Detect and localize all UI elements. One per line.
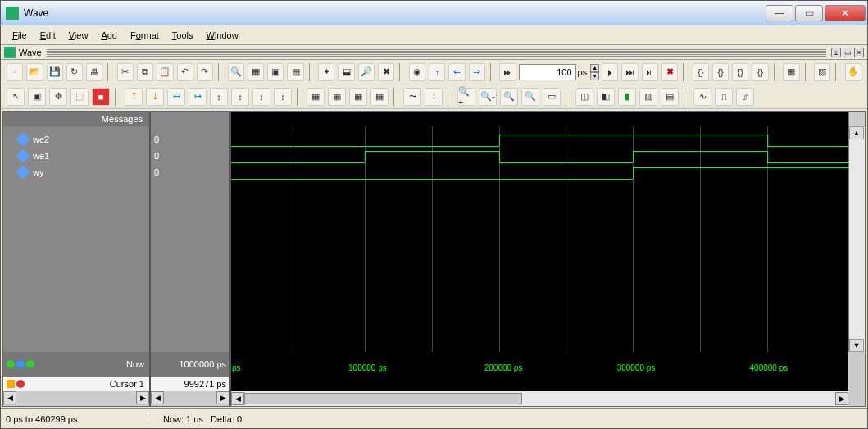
print-icon[interactable]: 🖶 [86,63,102,81]
wave-icon[interactable]: ⎍ [715,88,733,106]
wave-hscroll[interactable]: ◀ ▶ [231,391,848,406]
cursor-track[interactable] [231,377,848,391]
tool-icon[interactable]: ▤ [287,63,303,81]
brace-icon[interactable]: {} [712,63,729,81]
menu-view[interactable]: View [64,29,93,42]
scroll-right-button[interactable]: ▶ [136,391,149,404]
undo-icon[interactable]: ↶ [177,63,193,81]
up-arrow-icon[interactable]: ↑ [429,63,445,81]
menu-window[interactable]: Window [202,29,243,42]
find-icon[interactable]: 🔍 [228,63,244,81]
zoom-cursor-icon[interactable]: ▭ [543,88,561,106]
hand-icon[interactable]: ✋ [845,63,861,81]
pointer-icon[interactable]: ↖ [7,88,25,106]
signal-row[interactable]: we2 [3,131,149,148]
cursor-next-icon[interactable]: ⤓ [146,88,164,106]
group-icon[interactable]: ▦ [370,88,389,106]
zoom-in-icon[interactable]: 🔍+ [457,88,475,106]
scroll-left-button[interactable]: ◀ [3,391,16,404]
menu-tools[interactable]: Tools [167,29,198,42]
restart-icon[interactable]: ◉ [409,63,425,81]
scroll-right-button[interactable]: ▶ [216,391,229,404]
scroll-left-button[interactable]: ◀ [231,392,244,405]
stop-icon[interactable]: ■ [92,88,110,106]
right-arrow-icon[interactable]: ⇒ [469,63,485,81]
options-icon[interactable]: ▧ [814,63,830,81]
save-icon[interactable]: 💾 [47,63,63,81]
open-icon[interactable]: 📂 [26,63,43,81]
maximize-button[interactable]: ▭ [795,5,823,21]
tool-icon[interactable]: 🔎 [358,63,375,81]
run-step-icon[interactable]: ⏵ [602,63,618,81]
options-icon[interactable]: ▦ [783,63,799,81]
cut-icon[interactable]: ✂ [117,63,134,81]
zoom-full-icon[interactable]: 🔍 [500,88,518,106]
layout-icon[interactable]: ▥ [639,88,657,106]
group-icon[interactable]: ▦ [328,88,346,106]
scroll-right-button[interactable]: ▶ [835,392,848,405]
waveform-canvas[interactable] [231,126,848,352]
layout-icon[interactable]: ◧ [597,88,615,106]
brace-icon[interactable]: {} [693,63,709,81]
val-hscroll[interactable]: ◀ ▶ [151,391,231,406]
tool-icon[interactable]: ⤳ [403,88,421,106]
edge-icon[interactable]: ↕ [231,88,249,106]
signal-row[interactable]: we1 [3,148,149,164]
reload-icon[interactable]: ↻ [66,63,83,81]
paste-icon[interactable]: 📋 [157,63,173,81]
close-button[interactable]: ✕ [825,5,866,21]
run-icon[interactable]: ⏭ [499,63,516,81]
panel-max-button[interactable]: ▭ [843,48,852,57]
edge-prev-icon[interactable]: ↤ [167,88,185,106]
run-length-input[interactable] [519,64,576,80]
signal-row[interactable]: wy [3,164,149,180]
copy-icon[interactable]: ⧉ [137,63,153,81]
zoom-out-icon[interactable]: 🔍- [479,88,497,106]
menu-format[interactable]: Format [125,29,164,42]
remove-cursor-icon[interactable] [16,380,25,388]
sig-hscroll[interactable]: ◀ ▶ [3,391,151,406]
scroll-up-button[interactable]: ▲ [849,126,864,139]
tool-icon[interactable]: ▣ [267,63,284,81]
brace-icon[interactable]: {} [732,63,748,81]
vertical-scrollbar[interactable]: ▲ ▼ [848,126,865,352]
edge-next-icon[interactable]: ↦ [189,88,207,106]
group-icon[interactable]: ▦ [349,88,367,106]
wave-icon[interactable]: ⎎ [736,88,754,106]
tool-icon[interactable]: ▦ [248,63,264,81]
tool-icon[interactable]: ⬓ [338,63,354,81]
edge-icon[interactable]: ↕ [252,88,270,106]
layout-icon[interactable]: ◫ [575,88,593,106]
scroll-left-button[interactable]: ◀ [151,391,164,404]
panel-close-button[interactable]: × [854,48,864,57]
scroll-thumb[interactable] [244,393,522,404]
new-icon[interactable]: ▫️ [7,63,23,81]
zoom-fit-icon[interactable]: 🔍 [521,88,539,106]
left-arrow-icon[interactable]: ⇐ [448,63,465,81]
signals-column[interactable]: we2 we1 wy [3,126,151,352]
continue-icon[interactable]: ⏯ [642,63,658,81]
run-length-spinner[interactable]: ▲▼ [590,64,599,80]
edge-icon[interactable]: ↕ [274,88,292,106]
group-icon[interactable]: ▦ [307,88,325,106]
move-icon[interactable]: ✥ [49,88,67,106]
select-icon[interactable]: ▣ [28,88,46,106]
titlebar[interactable]: Wave — ▭ ✕ [1,1,867,25]
break-icon[interactable]: ✖ [661,63,678,81]
tool-icon[interactable]: ✦ [318,63,334,81]
zoom-area-icon[interactable]: ⬚ [70,88,89,106]
menu-file[interactable]: File [7,29,32,42]
redo-icon[interactable]: ↷ [197,63,213,81]
cursor-prev-icon[interactable]: ⤒ [125,88,143,106]
brace-icon[interactable]: {} [752,63,768,81]
values-column[interactable]: 0 0 0 [151,126,231,352]
scroll-down-button[interactable]: ▼ [849,339,864,352]
tool-icon[interactable]: ⋮ [425,88,443,106]
wave-icon[interactable]: ∿ [693,88,711,106]
run-all-icon[interactable]: ⏭ [621,63,638,81]
layout-icon[interactable]: ▮ [618,88,636,106]
edge-icon[interactable]: ↕ [210,88,228,106]
panel-dock-button[interactable]: ± [831,48,841,57]
tool-icon[interactable]: ✖ [378,63,394,81]
time-ruler[interactable]: ps 100000 ps 200000 ps 300000 ps 400000 … [231,352,848,377]
